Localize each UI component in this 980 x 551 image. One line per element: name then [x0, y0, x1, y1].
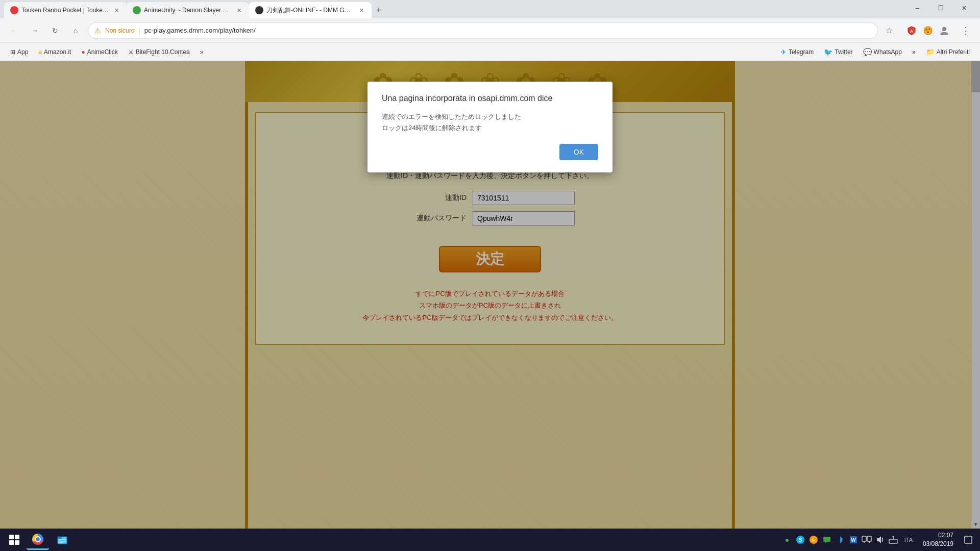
dialog-footer: OK	[382, 144, 598, 160]
url-text: pc-play.games.dmm.com/play/tohken/	[144, 27, 256, 34]
action-center-button[interactable]	[961, 532, 976, 547]
system-tray: ● S F W	[782, 531, 976, 548]
tab-3-close[interactable]: ✕	[357, 6, 365, 14]
bookmark-amazon[interactable]: a Amazon.it	[34, 46, 75, 58]
reload-button[interactable]: ↻	[47, 22, 63, 39]
svg-rect-10	[59, 542, 63, 543]
tab-3-label: 刀剣乱舞-ONLINE- - DMM GAM...	[266, 6, 354, 15]
forward-button[interactable]: →	[27, 22, 43, 39]
bookmark-altri-preferiti[interactable]: 📁 Altri Preferiti	[922, 46, 974, 58]
bookmarks-bar: ⊞ App a Amazon.it ● AnimeClick ⚔ BiteFig…	[0, 43, 980, 61]
menu-button[interactable]: ⋮	[958, 22, 974, 39]
bookmark-more[interactable]: »	[196, 46, 208, 58]
chat-tray-icon[interactable]	[822, 535, 832, 545]
bookmark-amazon-label: Amazon.it	[44, 48, 71, 56]
address-bar: ← → ↻ ⌂ ⚠ Non sicuro | pc-play.games.dmm…	[0, 18, 980, 43]
bookmark-twitter[interactable]: 🐦 Twitter	[820, 46, 856, 58]
app-icon: ⊞	[10, 48, 15, 56]
dialog-line-2: ロックは24時間後に解除されます	[382, 122, 598, 134]
animeclick-icon: ●	[81, 48, 85, 56]
bookmark-bitefight-label: BiteFight 10.Contea	[136, 48, 190, 56]
twitter-icon: 🐦	[824, 48, 832, 56]
dual-monitor-icon[interactable]	[862, 535, 872, 545]
titlebar: Touken Ranbu Pocket | Touken R... ✕ Anim…	[0, 0, 980, 18]
network-icon[interactable]	[888, 535, 898, 545]
bookmark-bitefight[interactable]: ⚔ BiteFight 10.Contea	[124, 46, 194, 58]
tab-2-close[interactable]: ✕	[235, 6, 243, 14]
close-button[interactable]: ✕	[952, 0, 976, 17]
taskbar-chrome[interactable]	[27, 530, 49, 550]
clock-date: 03/08/2019	[923, 540, 953, 548]
svg-rect-19	[862, 536, 866, 541]
tab-2[interactable]: AnimeUnity ~ Demon Slayer Stre... ✕	[127, 2, 249, 18]
svg-point-4	[927, 31, 929, 33]
back-button[interactable]: ←	[6, 22, 22, 39]
tab-1-favicon	[10, 6, 18, 14]
minimize-button[interactable]: –	[905, 0, 929, 17]
folder-icon: 📁	[926, 48, 935, 56]
tab-3[interactable]: 刀剣乱舞-ONLINE- - DMM GAM... ✕	[249, 2, 372, 18]
dialog-line-1: 連続でのエラーを検知したためロックしました	[382, 111, 598, 122]
svg-text:W: W	[851, 537, 856, 543]
locale-text: ITA	[904, 537, 913, 543]
svg-rect-7	[58, 537, 62, 539]
svg-point-1	[924, 27, 932, 35]
telegram-icon: ✈	[780, 48, 787, 56]
start-button[interactable]	[4, 530, 24, 550]
cookie-icon[interactable]	[921, 23, 935, 38]
bluetooth-tray-icon[interactable]	[835, 535, 845, 545]
home-button[interactable]: ⌂	[67, 22, 84, 39]
bitefight-icon: ⚔	[128, 48, 134, 56]
dialog-box: Una pagina incorporata in osapi.dmm.com …	[368, 82, 612, 172]
svg-rect-23	[889, 539, 897, 543]
amazon-icon: a	[38, 48, 42, 56]
bookmark-animeclick-label: AnimeClick	[87, 48, 118, 56]
user-icon[interactable]	[937, 23, 951, 38]
whatsapp-icon: 💬	[863, 48, 872, 56]
explorer-icon	[57, 534, 68, 545]
adblock-icon[interactable]: A	[904, 23, 919, 38]
chrome-taskbar-icon	[32, 534, 43, 545]
new-tab-button[interactable]: +	[372, 3, 386, 17]
bookmark-whatsapp[interactable]: 💬 WhatsApp	[859, 46, 906, 58]
svg-rect-26	[965, 536, 972, 543]
bookmark-app[interactable]: ⊞ App	[6, 46, 32, 58]
svg-rect-20	[867, 536, 871, 541]
skype-tray-icon[interactable]: S	[795, 535, 805, 545]
bookmark-animeclick[interactable]: ● AnimeClick	[77, 46, 121, 58]
clock-time: 02:07	[923, 531, 953, 540]
tab-1[interactable]: Touken Ranbu Pocket | Touken R... ✕	[4, 2, 127, 18]
svg-rect-15	[823, 537, 830, 542]
bookmark-more-arrow[interactable]: »	[908, 46, 920, 58]
bookmark-telegram-label: Telegram	[789, 48, 814, 56]
svg-text:F: F	[812, 538, 815, 543]
browser-window: Touken Ranbu Pocket | Touken R... ✕ Anim…	[0, 0, 980, 551]
taskbar-explorer[interactable]	[51, 530, 74, 550]
security-warning-icon: ⚠	[94, 27, 101, 35]
bookmark-app-label: App	[17, 48, 28, 56]
bookmark-twitter-label: Twitter	[835, 48, 852, 56]
svg-point-5	[942, 27, 946, 31]
bookmark-telegram[interactable]: ✈ Telegram	[776, 46, 818, 58]
svg-rect-9	[59, 541, 66, 542]
bookmark-whatsapp-label: WhatsApp	[874, 48, 902, 56]
url-divider: |	[138, 27, 140, 34]
toolbar-icons: A	[904, 23, 951, 38]
orange-tray-icon[interactable]: F	[808, 535, 819, 545]
viber-tray-icon[interactable]: ●	[782, 535, 792, 545]
dialog-ok-button[interactable]: OK	[559, 144, 598, 160]
svg-rect-8	[59, 539, 66, 540]
tab-1-close[interactable]: ✕	[112, 6, 120, 14]
locale-label[interactable]: ITA	[901, 535, 916, 545]
word-tray-icon[interactable]: W	[848, 535, 859, 545]
maximize-button[interactable]: ❐	[929, 0, 952, 17]
tab-3-favicon	[255, 6, 263, 14]
url-bar[interactable]: ⚠ Non sicuro | pc-play.games.dmm.com/pla…	[88, 22, 878, 39]
svg-text:A: A	[910, 29, 914, 34]
clock-area[interactable]: 02:07 03/08/2019	[919, 531, 958, 548]
volume-icon[interactable]	[875, 535, 885, 545]
svg-point-25	[892, 536, 894, 538]
bookmark-star-button[interactable]: ☆	[882, 23, 896, 38]
windows-icon	[9, 535, 19, 545]
svg-text:S: S	[799, 537, 802, 543]
